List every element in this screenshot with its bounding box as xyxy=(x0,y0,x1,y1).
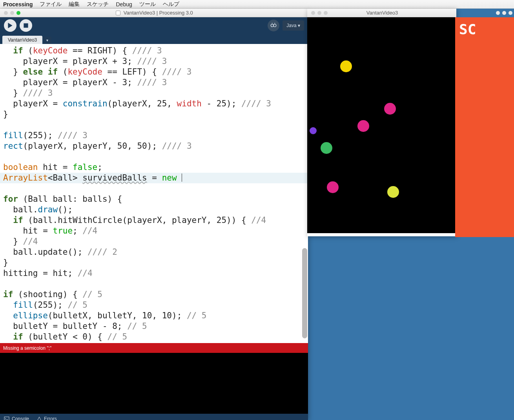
errors-tab[interactable]: Errors xyxy=(37,416,57,420)
menu-debug[interactable]: Debug xyxy=(116,1,132,7)
run-titlebar: VantanVideo3 xyxy=(307,9,456,17)
minimize-icon[interactable] xyxy=(317,11,321,15)
ball xyxy=(357,120,369,132)
bg-window-controls xyxy=(496,11,512,15)
ball xyxy=(340,60,352,72)
sketch-tab[interactable]: VantanVideo3 xyxy=(2,36,42,44)
menu-tools[interactable]: ツール xyxy=(139,1,156,8)
ball xyxy=(310,127,317,134)
editor-toolbar: Java ▾ xyxy=(0,17,308,34)
document-icon xyxy=(116,11,120,15)
ball xyxy=(321,142,332,154)
minimize-icon[interactable] xyxy=(10,11,14,15)
menu-help[interactable]: ヘルプ xyxy=(163,1,179,8)
mac-menubar: Processing ファイル 編集 スケッチ Debug ツール ヘルプ xyxy=(0,0,514,9)
zoom-icon[interactable] xyxy=(16,11,20,15)
debug-icon[interactable] xyxy=(268,20,279,31)
error-bar: Missing a semicolon ";" xyxy=(0,343,308,353)
console-output[interactable] xyxy=(0,353,308,414)
zoom-icon[interactable] xyxy=(324,11,328,15)
editor-title: VantanVideo3 | Processing 3.0 xyxy=(24,10,308,16)
menu-file[interactable]: ファイル xyxy=(40,1,62,8)
minimize-icon[interactable] xyxy=(502,11,506,15)
editor-tabbar: VantanVideo3 ▾ xyxy=(0,34,308,44)
score-label: SC xyxy=(459,21,476,37)
editor-titlebar: VantanVideo3 | Processing 3.0 xyxy=(0,9,308,17)
window-controls xyxy=(0,11,24,15)
close-icon[interactable] xyxy=(311,11,315,15)
ball xyxy=(384,103,396,115)
score-panel: SC xyxy=(455,17,514,237)
svg-point-2 xyxy=(273,24,276,27)
zoom-icon[interactable] xyxy=(509,11,512,15)
ball xyxy=(327,181,339,193)
menu-sketch[interactable]: スケッチ xyxy=(87,1,109,8)
console-tab[interactable]: Console xyxy=(4,416,29,420)
close-icon[interactable] xyxy=(496,11,500,15)
svg-rect-0 xyxy=(24,23,28,27)
run-button[interactable] xyxy=(4,19,16,32)
mode-selector[interactable]: Java ▾ xyxy=(283,20,304,31)
window-controls xyxy=(307,11,332,15)
vertical-scrollbar[interactable] xyxy=(302,248,307,338)
error-message: Missing a semicolon ";" xyxy=(3,345,51,351)
menu-edit[interactable]: 編集 xyxy=(69,1,80,8)
processing-editor-window: VantanVideo3 | Processing 3.0 Java ▾ Van… xyxy=(0,9,308,420)
app-name: Processing xyxy=(3,1,33,7)
ball xyxy=(387,186,399,198)
run-title: VantanVideo3 xyxy=(332,10,456,16)
sketch-canvas[interactable] xyxy=(307,17,456,233)
close-icon[interactable] xyxy=(4,11,8,15)
stop-button[interactable] xyxy=(20,19,32,32)
console-tabbar: Console Errors xyxy=(0,414,308,420)
sketch-run-window: VantanVideo3 xyxy=(307,9,456,236)
code-editor[interactable]: if (keyCode == RIGHT) { //// 3 playerX =… xyxy=(0,44,308,343)
svg-point-1 xyxy=(271,24,274,27)
tab-menu-icon[interactable]: ▾ xyxy=(43,37,51,44)
